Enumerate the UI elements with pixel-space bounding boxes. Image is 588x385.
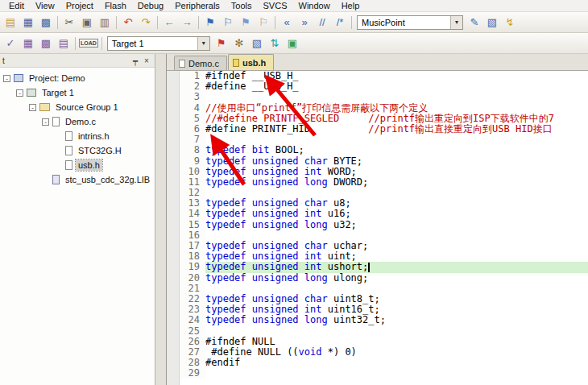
- breakpoint-margin[interactable]: [167, 71, 180, 385]
- save-all-icon[interactable]: ▩: [38, 15, 54, 30]
- menu-svcs[interactable]: SVCS: [258, 1, 293, 10]
- file-icon: [52, 175, 60, 184]
- editor-tab-bar: Demo.cusb.h: [167, 54, 588, 71]
- toolbar-separator: [157, 16, 158, 29]
- chevron-down-icon[interactable]: ▾: [450, 16, 462, 29]
- project-tree: -Project: Demo-Target 1-Source Group 1-D…: [0, 68, 155, 385]
- options-for-target-icon[interactable]: ✻: [231, 36, 247, 51]
- line-number: 29: [180, 368, 205, 379]
- line-number: 24: [180, 315, 205, 325]
- find-in-files-icon[interactable]: ✎: [466, 15, 482, 30]
- menu-project[interactable]: Project: [60, 1, 99, 10]
- code-editor[interactable]: 1#ifndef __USB_H_2#define __USB_H_34//使用…: [167, 71, 588, 385]
- pin-icon[interactable]: ┯: [130, 56, 141, 66]
- tree-item-usb-h[interactable]: usb.h: [0, 158, 155, 172]
- code-line-6[interactable]: 6#define PRINTF_HID //printf输出直接重定向到USB …: [180, 124, 588, 135]
- menu-flash[interactable]: Flash: [99, 1, 132, 10]
- menu-tools[interactable]: Tools: [226, 1, 258, 10]
- redo-icon[interactable]: ↷: [138, 15, 154, 30]
- flash-icon[interactable]: ↯: [502, 15, 518, 30]
- file-extensions-icon[interactable]: ▧: [249, 36, 265, 51]
- tree-item-project-demo[interactable]: -Project: Demo: [0, 71, 155, 85]
- toolbar-separator: [275, 16, 275, 29]
- menu-window[interactable]: Window: [293, 1, 336, 10]
- toolbar-separator: [101, 37, 102, 50]
- batch-build-icon[interactable]: ▤: [56, 36, 72, 51]
- cut-icon[interactable]: ✂: [61, 15, 77, 30]
- flag-icon[interactable]: ⚑: [213, 36, 230, 51]
- project-panel: t ┯ × -Project: Demo-Target 1-Source Gro…: [0, 54, 155, 385]
- uncomment-selection-icon[interactable]: /*: [332, 15, 348, 30]
- search-text-combo[interactable]: MusicPoint▾: [357, 15, 463, 30]
- toolbar-build: ✓▦▩▤LOADTarget 1▾⚑✻▧⇅▣: [0, 33, 588, 54]
- code-line-27[interactable]: 27 #define NULL ((void *) 0): [180, 347, 588, 358]
- panel-splitter[interactable]: [155, 54, 166, 385]
- code-line-29[interactable]: 29: [180, 368, 588, 379]
- toolbar-separator: [351, 16, 352, 29]
- menu-peripherals[interactable]: Peripherals: [169, 1, 226, 10]
- paste-icon[interactable]: ▥: [97, 15, 113, 30]
- text-cursor: [368, 263, 370, 272]
- bookmark-prev-icon[interactable]: ⚐: [220, 15, 236, 30]
- line-number: 3: [180, 92, 205, 102]
- tree-item-target-1[interactable]: -Target 1: [0, 85, 155, 100]
- bookmark-next-icon[interactable]: ⚑: [238, 15, 254, 30]
- translate-icon[interactable]: ✓: [2, 36, 19, 51]
- file-icon: [179, 60, 185, 68]
- menu-help[interactable]: Help: [336, 1, 366, 10]
- tree-item-source-group-1[interactable]: -Source Group 1: [0, 100, 155, 114]
- code-line-20[interactable]: 20typedef unsigned long ulong;: [180, 273, 588, 284]
- collapse-icon[interactable]: -: [42, 118, 49, 126]
- navigate-forward-icon[interactable]: →: [179, 15, 195, 30]
- pack-installer-icon[interactable]: ▣: [284, 36, 300, 51]
- open-file-icon[interactable]: ▤: [2, 15, 19, 30]
- tree-item-intrins-h[interactable]: intrins.h: [0, 129, 155, 143]
- line-text: #define PRINTF_HID //printf输出直接重定向到USB H…: [205, 124, 588, 135]
- chevron-down-icon[interactable]: ▾: [197, 37, 209, 50]
- outdent-icon[interactable]: «: [279, 15, 295, 30]
- line-text: #define NULL ((void *) 0): [205, 347, 588, 358]
- collapse-icon[interactable]: -: [29, 104, 36, 111]
- comment-selection-icon[interactable]: //: [314, 15, 330, 30]
- line-number: 6: [180, 124, 205, 135]
- tree-item-label: Demo.c: [63, 116, 98, 127]
- code-line-28[interactable]: 28#endif: [180, 358, 588, 368]
- configure-icon[interactable]: ▧: [484, 15, 500, 30]
- rebuild-all-icon[interactable]: ▩: [38, 36, 54, 51]
- line-number: 2: [180, 81, 205, 92]
- line-number: 19: [180, 262, 205, 272]
- build-icon[interactable]: ▦: [20, 36, 36, 51]
- code-line-15[interactable]: 15typedef unsigned long u32;: [180, 220, 588, 230]
- updown-icon[interactable]: ⇅: [267, 36, 283, 51]
- collapse-icon[interactable]: -: [16, 89, 23, 97]
- tab-usb-h[interactable]: usb.h: [228, 54, 274, 70]
- close-icon[interactable]: ×: [141, 56, 152, 66]
- code-column: 1#ifndef __USB_H_2#define __USB_H_34//使用…: [180, 71, 588, 385]
- search-text-combo-value: MusicPoint: [358, 18, 450, 27]
- code-line-11[interactable]: 11typedef unsigned long DWORD;: [180, 177, 588, 188]
- code-line-2[interactable]: 2#define __USB_H_: [180, 81, 588, 92]
- tree-item-stc-usb-cdc-32g-lib[interactable]: stc_usb_cdc_32g.LIB: [0, 172, 155, 187]
- target-select-combo[interactable]: Target 1▾: [107, 36, 210, 51]
- undo-icon[interactable]: ↶: [120, 15, 136, 30]
- line-number: 9: [180, 156, 205, 167]
- menu-debug[interactable]: Debug: [132, 1, 169, 10]
- tree-item-demo-c[interactable]: -Demo.c: [0, 114, 155, 129]
- indent-icon[interactable]: »: [296, 15, 313, 30]
- flash-download-icon[interactable]: LOAD: [79, 36, 98, 51]
- menu-view[interactable]: View: [30, 1, 60, 10]
- toolbar-separator: [57, 16, 58, 29]
- save-icon[interactable]: ▦: [20, 15, 36, 30]
- line-number: 20: [180, 273, 205, 284]
- collapse-icon[interactable]: -: [3, 75, 10, 82]
- copy-icon[interactable]: ▣: [79, 15, 95, 30]
- menu-edit[interactable]: Edit: [3, 1, 30, 10]
- bookmark-clear-icon[interactable]: ⚐: [255, 15, 271, 30]
- tree-item-label: Project: Demo: [27, 72, 88, 84]
- tree-item-stc32g-h[interactable]: STC32G.H: [0, 143, 155, 158]
- tab-demo-c[interactable]: Demo.c: [174, 56, 227, 70]
- line-number: 15: [180, 220, 205, 230]
- code-line-24[interactable]: 24typedef unsigned long uint32_t;: [180, 315, 588, 325]
- bookmark-toggle-icon[interactable]: ⚑: [202, 15, 218, 30]
- navigate-back-icon[interactable]: ←: [161, 15, 177, 30]
